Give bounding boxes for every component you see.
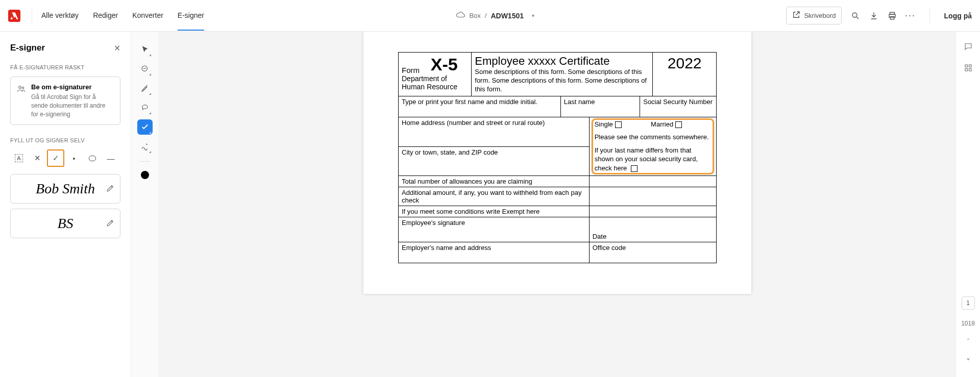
tool-text[interactable]: A xyxy=(10,149,28,167)
label-single: Single xyxy=(595,120,613,128)
main-nav: Alle verktøy Rediger Konverter E-signer xyxy=(41,1,204,30)
field-date[interactable]: Date xyxy=(589,217,716,242)
tool-circle[interactable] xyxy=(84,149,101,167)
download-icon[interactable] xyxy=(869,11,878,20)
svg-rect-11 xyxy=(969,69,971,71)
document-canvas[interactable]: Form X-5 Department of Human Resource Em… xyxy=(159,32,955,377)
field-additional-value[interactable] xyxy=(589,187,716,206)
signature-preview: Bob Smith xyxy=(36,181,95,197)
svg-point-7 xyxy=(142,105,148,109)
more-icon[interactable]: ··· xyxy=(906,11,915,20)
tool-lasso[interactable] xyxy=(137,100,153,115)
initials-box[interactable]: BS xyxy=(10,209,120,238)
sidebar: E-signer ✕ FÅ E-SIGNATURER RASKT Be om e… xyxy=(0,32,131,377)
initials-preview: BS xyxy=(57,215,73,232)
main-layout: E-signer ✕ FÅ E-SIGNATURER RASKT Be om e… xyxy=(0,32,980,377)
document-name[interactable]: ADW1501 xyxy=(491,12,524,20)
tool-pointer[interactable] xyxy=(137,42,153,57)
svg-rect-9 xyxy=(969,65,971,67)
page-number[interactable]: 1 xyxy=(962,296,975,310)
grid-icon[interactable] xyxy=(964,63,973,74)
tool-check[interactable]: ✓ xyxy=(47,149,64,167)
desktop-button-label: Skrivebord xyxy=(804,12,836,19)
chevron-up-icon[interactable]: ˄ xyxy=(966,337,970,347)
desktop-button[interactable]: Skrivebord xyxy=(786,7,841,24)
print-icon[interactable] xyxy=(888,11,897,20)
edit-icon[interactable] xyxy=(106,218,115,229)
login-button[interactable]: Logg på xyxy=(944,12,972,20)
field-ssn[interactable]: Social Security Number xyxy=(640,96,716,117)
field-address[interactable]: Home address (number and street or rural… xyxy=(399,117,589,146)
form-number: X-5 xyxy=(431,55,468,74)
tool-comment[interactable] xyxy=(137,61,153,77)
form-table: Form X-5 Department of Human Resource Em… xyxy=(398,52,717,263)
field-allowances[interactable]: Total number of allowances you are claim… xyxy=(399,176,589,187)
field-allowances-value[interactable] xyxy=(589,176,716,187)
field-exempt[interactable]: If you meet some conditions write Exempt… xyxy=(399,206,589,217)
nav-esign[interactable]: E-signer xyxy=(178,1,204,31)
section-fill-sign: FYLL UT OG SIGNER SELV xyxy=(10,137,120,143)
form-year: 2022 xyxy=(656,55,713,72)
field-city[interactable]: City or town, state, and ZIP code xyxy=(399,146,589,175)
field-exempt-value[interactable] xyxy=(589,206,716,217)
tool-dot[interactable]: • xyxy=(65,149,83,167)
breadcrumb-sep: / xyxy=(485,12,487,19)
section-get-signatures: FÅ E-SIGNATURER RASKT xyxy=(10,64,120,70)
topbar-right: Skrivebord ··· Logg på xyxy=(786,7,972,24)
sidebar-title: E-signer xyxy=(10,43,45,53)
field-last-name[interactable]: Last name xyxy=(560,96,640,117)
divider xyxy=(139,161,151,162)
svg-point-4 xyxy=(19,86,21,89)
svg-rect-10 xyxy=(965,69,968,71)
chat-icon[interactable] xyxy=(964,42,973,53)
tool-cross[interactable]: ✕ xyxy=(29,149,46,167)
edit-icon[interactable] xyxy=(106,184,115,194)
app-logo xyxy=(8,10,20,22)
nav-all-tools[interactable]: Alle verktøy xyxy=(41,1,79,30)
nav-convert[interactable]: Konverter xyxy=(132,1,163,30)
breadcrumb-source[interactable]: Box xyxy=(469,12,480,19)
fill-tools: A ✕ ✓ • — xyxy=(10,149,120,167)
nav-edit[interactable]: Rediger xyxy=(93,1,118,30)
topbar: Alle verktøy Rediger Konverter E-signer … xyxy=(0,0,980,32)
cloud-icon xyxy=(456,10,465,21)
open-external-icon xyxy=(792,10,801,21)
comments-note: Please see the comments somewhere. xyxy=(595,133,711,141)
form-desc: Some descriptions of this form. Some des… xyxy=(475,68,649,94)
lastname-diff-note: If your last name differs from that show… xyxy=(595,146,698,172)
breadcrumb: Box / ADW1501 ▾ xyxy=(204,10,786,21)
close-icon[interactable]: ✕ xyxy=(114,43,120,53)
field-first-name[interactable]: Type or print your first name and middle… xyxy=(399,96,560,117)
field-employer[interactable]: Employer's name and address xyxy=(399,242,589,263)
checkbox-lastname-diff[interactable] xyxy=(631,165,638,172)
tool-fillsign[interactable] xyxy=(137,119,153,135)
request-signatures-card[interactable]: Be om e-signaturer Gå til Acrobat Sign f… xyxy=(10,77,120,125)
field-office[interactable]: Office code xyxy=(589,242,716,263)
signature-box[interactable]: Bob Smith xyxy=(10,174,120,204)
svg-rect-8 xyxy=(965,65,968,67)
chevron-down-icon[interactable]: ▾ xyxy=(532,13,534,18)
department: Department of Human Resource xyxy=(402,74,468,91)
zoom-value: 1018 xyxy=(961,320,975,327)
highlighted-region: Single Married Please see the comments s… xyxy=(595,120,711,173)
svg-point-0 xyxy=(852,13,857,17)
field-additional[interactable]: Additional amount, if any, you want to w… xyxy=(399,187,589,206)
right-rail: 1 1018 ˄ ˅ xyxy=(955,32,980,377)
form-title: Employee xxxxx Certificate xyxy=(475,55,649,68)
chevron-down-icon[interactable]: ˅ xyxy=(966,357,970,367)
tool-draw[interactable] xyxy=(137,139,153,154)
document-page[interactable]: Form X-5 Department of Human Resource Em… xyxy=(363,32,751,294)
field-signature[interactable]: Employee's signature xyxy=(399,217,589,242)
card-desc: Gå til Acrobat Sign for å sende dokument… xyxy=(31,93,114,118)
checkbox-single[interactable] xyxy=(615,121,622,128)
label-married: Married xyxy=(651,120,673,128)
card-title: Be om e-signaturer xyxy=(31,83,114,91)
svg-point-5 xyxy=(22,87,24,89)
tool-line[interactable]: — xyxy=(102,149,119,167)
tool-highlight[interactable] xyxy=(137,81,153,96)
people-icon xyxy=(17,83,26,118)
checkbox-married[interactable] xyxy=(675,121,682,128)
search-icon[interactable] xyxy=(851,11,860,20)
color-picker[interactable] xyxy=(141,171,149,179)
divider xyxy=(32,9,32,23)
